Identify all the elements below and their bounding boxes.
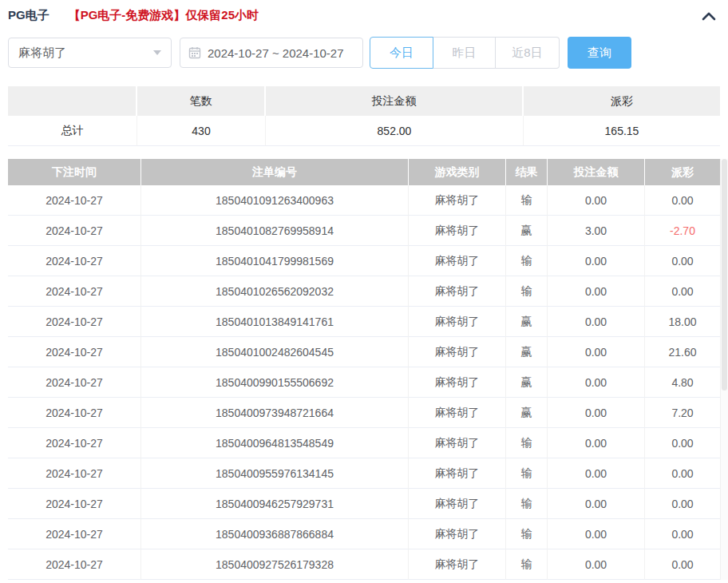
caret-down-icon	[153, 50, 161, 55]
cell-game-type: 麻将胡了	[409, 185, 506, 216]
cell-bet-id: 1850401002482604545	[141, 337, 409, 367]
cell-payout: 4.80	[645, 367, 720, 398]
cell-game-type: 麻将胡了	[409, 367, 506, 398]
retention-notice: 【PG电子-免费游戏】仅保留25小时	[69, 8, 259, 23]
cell-bet-amount: 0.00	[548, 489, 645, 519]
cell-payout: 0.00	[645, 276, 720, 307]
cell-result: 赢	[506, 307, 548, 337]
table-row: 2024-10-27 1850400955976134145 麻将胡了 输 0.…	[8, 458, 720, 489]
summary-table: 笔数 投注金额 派彩 总计 430 852.00 165.15	[8, 86, 720, 146]
table-row: 2024-10-27 1850401002482604545 麻将胡了 赢 0.…	[8, 337, 720, 367]
cell-result: 赢	[506, 398, 548, 428]
cell-bet-time: 2024-10-27	[8, 519, 141, 549]
cell-result: 赢	[506, 337, 548, 367]
cell-bet-amount: 0.00	[548, 458, 645, 489]
cell-game-type: 麻将胡了	[409, 337, 506, 367]
page-title: PG电子	[8, 8, 49, 23]
table-row: 2024-10-27 1850401091263400963 麻将胡了 输 0.…	[8, 185, 720, 216]
cell-payout: -2.70	[645, 216, 720, 246]
col-header-bet-time: 下注时间	[8, 159, 141, 185]
quick-button-last8days[interactable]: 近8日	[496, 37, 560, 69]
cell-bet-id: 1850400955976134145	[141, 458, 409, 489]
table-row: 2024-10-27 1850401013849141761 麻将胡了 赢 0.…	[8, 307, 720, 337]
summary-header-count: 笔数	[137, 86, 266, 116]
cell-bet-time: 2024-10-27	[8, 276, 141, 307]
topbar: PG电子 【PG电子-免费游戏】仅保留25小时	[8, 0, 720, 24]
search-button[interactable]: 查询	[568, 37, 631, 69]
game-select-value: 麻将胡了	[18, 46, 66, 61]
cell-bet-amount: 0.00	[548, 367, 645, 398]
cell-game-type: 麻将胡了	[409, 458, 506, 489]
cell-bet-id: 1850401013849141761	[141, 307, 409, 337]
table-row: 2024-10-27 1850400946257929731 麻将胡了 输 0.…	[8, 489, 720, 519]
cell-bet-id: 1850401091263400963	[141, 185, 409, 216]
summary-total-payout: 165.15	[524, 116, 720, 146]
cell-bet-time: 2024-10-27	[8, 216, 141, 246]
cell-result: 输	[506, 458, 548, 489]
cell-bet-amount: 0.00	[548, 276, 645, 307]
bet-table-wrap: 下注时间 注单编号 游戏类别 结果 投注金额 派彩 2024-10-27 185…	[8, 159, 728, 580]
cell-bet-amount: 3.00	[548, 216, 645, 246]
cell-bet-time: 2024-10-27	[8, 489, 141, 519]
table-row: 2024-10-27 1850401082769958914 麻将胡了 赢 3.…	[8, 216, 720, 246]
summary-header: 笔数 投注金额 派彩	[8, 86, 720, 116]
cell-bet-amount: 0.00	[548, 519, 645, 549]
cell-bet-id: 1850400964813548549	[141, 428, 409, 458]
table-row: 2024-10-27 1850400927526179328 麻将胡了 输 0.…	[8, 549, 720, 580]
summary-total-row: 总计 430 852.00 165.15	[8, 116, 720, 146]
cell-bet-id: 1850400936887866884	[141, 519, 409, 549]
cell-game-type: 麻将胡了	[409, 246, 506, 276]
cell-bet-time: 2024-10-27	[8, 246, 141, 276]
table-row: 2024-10-27 1850400936887866884 麻将胡了 输 0.…	[8, 519, 720, 549]
vertical-scrollbar[interactable]	[720, 159, 728, 580]
quick-button-today[interactable]: 今日	[370, 37, 433, 69]
summary-header-blank	[8, 86, 137, 116]
bet-table: 下注时间 注单编号 游戏类别 结果 投注金额 派彩 2024-10-27 185…	[8, 159, 720, 580]
cell-payout: 0.00	[645, 246, 720, 276]
chevron-up-icon[interactable]	[701, 10, 717, 22]
cell-bet-amount: 0.00	[548, 428, 645, 458]
cell-result: 输	[506, 549, 548, 580]
summary-total-label: 总计	[8, 116, 137, 146]
cell-bet-time: 2024-10-27	[8, 428, 141, 458]
cell-bet-amount: 0.00	[548, 307, 645, 337]
col-header-game-type: 游戏类别	[409, 159, 506, 185]
date-range-value: 2024-10-27 ~ 2024-10-27	[208, 46, 344, 60]
summary-total-count: 430	[137, 116, 266, 146]
cell-bet-amount: 0.00	[548, 549, 645, 580]
cell-result: 输	[506, 519, 548, 549]
table-row: 2024-10-27 1850400973948721664 麻将胡了 赢 0.…	[8, 398, 720, 428]
cell-bet-time: 2024-10-27	[8, 458, 141, 489]
cell-payout: 0.00	[645, 185, 720, 216]
calendar-icon	[188, 46, 201, 59]
bet-table-header: 下注时间 注单编号 游戏类别 结果 投注金额 派彩	[8, 159, 720, 185]
cell-result: 赢	[506, 216, 548, 246]
cell-game-type: 麻将胡了	[409, 549, 506, 580]
cell-bet-time: 2024-10-27	[8, 367, 141, 398]
cell-bet-amount: 0.00	[548, 185, 645, 216]
table-row: 2024-10-27 1850400964813548549 麻将胡了 输 0.…	[8, 428, 720, 458]
quick-button-yesterday[interactable]: 昨日	[433, 37, 496, 69]
cell-bet-id: 1850400946257929731	[141, 489, 409, 519]
cell-game-type: 麻将胡了	[409, 276, 506, 307]
game-select[interactable]: 麻将胡了	[8, 38, 172, 68]
cell-bet-time: 2024-10-27	[8, 307, 141, 337]
cell-result: 赢	[506, 367, 548, 398]
summary-total-bet-amount: 852.00	[266, 116, 524, 146]
cell-game-type: 麻将胡了	[409, 398, 506, 428]
cell-bet-id: 1850401026562092032	[141, 276, 409, 307]
cell-payout: 0.00	[645, 519, 720, 549]
cell-game-type: 麻将胡了	[409, 428, 506, 458]
page: PG电子 【PG电子-免费游戏】仅保留25小时 麻将胡了	[0, 0, 728, 580]
cell-payout: 0.00	[645, 428, 720, 458]
quick-date-group: 今日 昨日 近8日	[370, 37, 560, 69]
scrollbar-thumb[interactable]	[722, 159, 727, 391]
cell-payout: 18.00	[645, 307, 720, 337]
col-header-bet-amount: 投注金额	[548, 159, 645, 185]
cell-bet-time: 2024-10-27	[8, 185, 141, 216]
cell-payout: 0.00	[645, 549, 720, 580]
date-range-input[interactable]: 2024-10-27 ~ 2024-10-27	[180, 38, 363, 68]
cell-result: 输	[506, 276, 548, 307]
cell-bet-amount: 0.00	[548, 337, 645, 367]
table-row: 2024-10-27 1850400990155506692 麻将胡了 赢 0.…	[8, 367, 720, 398]
